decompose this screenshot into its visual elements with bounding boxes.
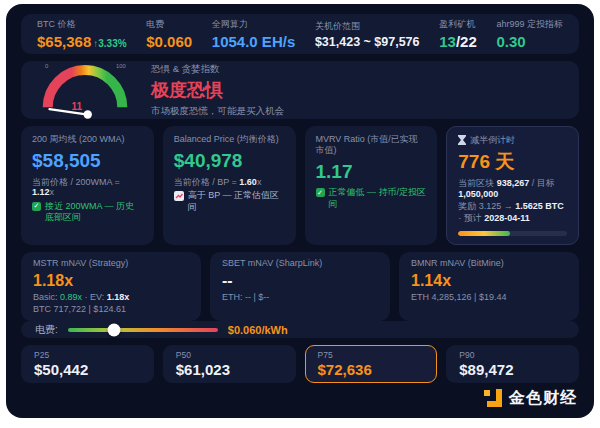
mstr-basic-ev-line: Basic: 0.89x · EV: 1.18x bbox=[33, 292, 189, 303]
reward-prefix: 奖励 3.125 → bbox=[458, 201, 515, 211]
mining-dashboard: BTC 价格 $65,368↑3.33% 电费 $0.060 全网算力 1054… bbox=[6, 4, 594, 418]
total-count: /22 bbox=[456, 33, 477, 50]
check-icon: ✓ bbox=[316, 188, 325, 197]
mnav-cards-row: MSTR mNAV (Strategy) 1.18x Basic: 0.89x … bbox=[21, 252, 579, 314]
wma-ratio-line: 当前价格 / 200WMA = 1.12x bbox=[32, 177, 143, 199]
metric-electricity: 电费 $0.060 bbox=[146, 18, 192, 50]
fear-greed-card: 0 100 11 恐惧 & 贪婪指数 极度恐惧 市场极度恐慌，可能是买入机会 bbox=[21, 61, 579, 119]
electricity-slider-track[interactable] bbox=[68, 328, 218, 332]
percentile-p90[interactable]: P90 $89,472 bbox=[446, 345, 579, 383]
btc-price-value: $65,368 bbox=[37, 33, 91, 50]
ratio-suffix: x bbox=[50, 187, 55, 197]
metric-value: $65,368↑3.33% bbox=[37, 33, 127, 50]
metric-shutdown-range: 关机价范围 $31,423 ~ $97,576 bbox=[315, 20, 420, 49]
current-block: 938,267 bbox=[497, 178, 530, 188]
hourglass-icon bbox=[458, 135, 466, 145]
percentile-value: $89,472 bbox=[459, 361, 566, 378]
ratio-prefix: 当前价格 / 200WMA = bbox=[32, 177, 120, 187]
electricity-slider-thumb[interactable] bbox=[108, 323, 121, 336]
ratio-prefix: 当前价格 / BP = bbox=[174, 177, 240, 187]
ev-value: 1.18x bbox=[107, 292, 130, 302]
card-mstr-mnav: MSTR mNAV (Strategy) 1.18x Basic: 0.89x … bbox=[21, 252, 201, 321]
card-title: MVRV Ratio (市值/已实现市值) bbox=[316, 134, 427, 156]
mstr-mnav-value: 1.18x bbox=[33, 271, 189, 290]
block-prefix: 当前区块 bbox=[458, 178, 497, 188]
card-title: MSTR mNAV (Strategy) bbox=[33, 258, 189, 269]
halving-progress-track bbox=[458, 231, 567, 236]
brand-footer: 金色财经 bbox=[21, 388, 579, 408]
percentile-label: P75 bbox=[318, 350, 425, 360]
metric-ahr999: ahr999 定投指标 0.30 bbox=[496, 18, 563, 50]
check-icon: ✓ bbox=[32, 202, 41, 211]
bp-status: 高于 BP — 正常估值区间 bbox=[174, 190, 285, 213]
jinse-logo-icon bbox=[484, 389, 502, 407]
slider-label: 电费: bbox=[35, 323, 58, 337]
balanced-price-value: $40,978 bbox=[174, 150, 285, 173]
percentile-label: P50 bbox=[176, 350, 283, 360]
reward-mid: · 预计 bbox=[458, 213, 484, 223]
metric-hashrate: 全网算力 1054.0 EH/s bbox=[212, 18, 295, 50]
percentile-value: $61,023 bbox=[176, 361, 283, 378]
fear-greed-text: 恐惧 & 贪婪指数 极度恐惧 市场极度恐慌，可能是买入机会 bbox=[151, 63, 284, 118]
slider-value: $0.060/kWh bbox=[228, 324, 288, 336]
halving-block-line: 当前区块 938,267 / 目标 1,050,000 bbox=[458, 178, 567, 201]
mstr-holdings: BTC 717,722 | $124.61 bbox=[33, 304, 189, 315]
metric-label: ahr999 定投指标 bbox=[496, 18, 563, 31]
gauge-max-label: 100 bbox=[116, 63, 127, 69]
estimated-date: 2028-04-11 bbox=[484, 213, 530, 223]
fear-greed-level: 极度恐惧 bbox=[151, 78, 284, 102]
brand-name: 金色财经 bbox=[509, 388, 577, 409]
wma-status: ✓接近 200WMA — 历史底部区间 bbox=[32, 201, 143, 224]
price-percentiles-row: P25 $50,442 P50 $61,023 P75 $72,636 P90 … bbox=[21, 345, 579, 381]
metric-value: 13/22 bbox=[439, 33, 477, 50]
card-sbet-mnav: SBET mNAV (SharpLink) -- ETH: -- | $-- bbox=[210, 252, 390, 321]
ratio-value: 1.60 bbox=[239, 177, 257, 187]
sbet-holdings: ETH: -- | $-- bbox=[222, 292, 378, 303]
metric-label: 电费 bbox=[146, 18, 192, 31]
percentile-label: P90 bbox=[459, 350, 566, 360]
card-200wma: 200 周均线 (200 WMA) $58,505 当前价格 / 200WMA … bbox=[21, 126, 154, 245]
bmnr-mnav-value: 1.14x bbox=[411, 271, 567, 290]
percentile-p50[interactable]: P50 $61,023 bbox=[163, 345, 296, 383]
gauge-arc bbox=[48, 70, 123, 107]
price-change-badge: ↑3.33% bbox=[93, 38, 126, 49]
percentile-value: $72,636 bbox=[318, 361, 425, 378]
percentile-p75-selected[interactable]: P75 $72,636 bbox=[305, 345, 438, 383]
fear-greed-gauge-icon: 0 100 11 bbox=[35, 60, 135, 120]
logo-l-block bbox=[487, 389, 502, 407]
status-text: 正常偏低 — 持币/定投区间 bbox=[329, 187, 427, 210]
metric-value: $31,423 ~ $97,576 bbox=[315, 35, 420, 49]
wma-value: $58,505 bbox=[32, 150, 143, 173]
metric-label: 关机价范围 bbox=[315, 20, 420, 33]
card-title: BMNR mNAV (BitMine) bbox=[411, 258, 567, 269]
percentile-label: P25 bbox=[34, 350, 141, 360]
sbet-mnav-value: -- bbox=[222, 271, 378, 290]
metric-label: BTC 价格 bbox=[37, 18, 127, 31]
card-title: SBET mNAV (SharpLink) bbox=[222, 258, 378, 269]
card-balanced-price: Balanced Price (均衡价格) $40,978 当前价格 / BP … bbox=[163, 126, 296, 245]
bmnr-holdings: ETH 4,285,126 | $19.44 bbox=[411, 292, 567, 303]
top-metrics-bar: BTC 价格 $65,368↑3.33% 电费 $0.060 全网算力 1054… bbox=[21, 14, 579, 54]
status-text: 接近 200WMA — 历史底部区间 bbox=[45, 201, 143, 224]
card-title: 200 周均线 (200 WMA) bbox=[32, 134, 143, 145]
valuation-cards-row: 200 周均线 (200 WMA) $58,505 当前价格 / 200WMA … bbox=[21, 126, 579, 245]
gauge-needle-pivot bbox=[84, 110, 92, 118]
card-mvrv: MVRV Ratio (市值/已实现市值) 1.17 ✓正常偏低 — 持币/定投… bbox=[305, 126, 438, 245]
card-title: 减半倒计时 bbox=[458, 135, 567, 146]
ratio-value: 1.12 bbox=[32, 187, 50, 197]
block-mid: / 目标 bbox=[529, 178, 555, 188]
percentile-p25[interactable]: P25 $50,442 bbox=[21, 345, 154, 383]
status-text: 高于 BP — 正常估值区间 bbox=[188, 190, 285, 213]
halving-progress-fill bbox=[458, 231, 510, 236]
basic-label: Basic: bbox=[33, 292, 60, 302]
ratio-suffix: x bbox=[257, 177, 262, 187]
card-bmnr-mnav: BMNR mNAV (BitMine) 1.14x ETH 4,285,126 … bbox=[399, 252, 579, 321]
basic-value: 0.89x bbox=[60, 292, 82, 302]
metric-btc-price: BTC 价格 $65,368↑3.33% bbox=[37, 18, 127, 50]
metric-label: 全网算力 bbox=[212, 18, 295, 31]
metric-value: 0.30 bbox=[496, 33, 563, 50]
reward-value: 1.5625 BTC bbox=[515, 201, 564, 211]
halving-reward-line: 奖励 3.125 → 1.5625 BTC · 预计 2028-04-11 bbox=[458, 201, 567, 224]
gauge-min-label: 0 bbox=[45, 63, 49, 69]
halving-title: 减半倒计时 bbox=[470, 135, 515, 146]
